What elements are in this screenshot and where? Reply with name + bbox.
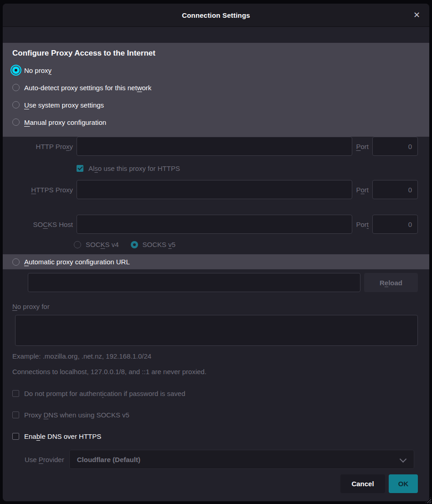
dialog-title: Connection Settings xyxy=(182,11,250,19)
radio-socks-v4: SOCKS v4 xyxy=(74,241,119,248)
radio-socks-v5: SOCKS v5 xyxy=(131,241,176,248)
no-proxy-example-text: Example: .mozilla.org, .net.nz, 192.168.… xyxy=(3,352,429,360)
reload-button: Reload xyxy=(364,273,418,292)
also-https-checkbox-row: Also use this proxy for HTTPS xyxy=(77,163,429,174)
use-provider-label: Use Provider xyxy=(25,456,64,463)
radio-icon xyxy=(12,258,20,266)
radio-label: SOCKS v5 xyxy=(143,241,176,248)
socks-host-input xyxy=(77,215,352,234)
checkbox-label: Do not prompt for authentication if pass… xyxy=(24,390,185,397)
http-proxy-input xyxy=(77,137,352,156)
section-header: Configure Proxy Access to the Internet xyxy=(12,49,420,58)
radio-label: No proxy xyxy=(24,67,51,74)
http-port-input xyxy=(372,137,418,156)
socks-version-row: SOCKS v4 SOCKS v5 xyxy=(74,239,429,250)
no-proxy-for-textarea xyxy=(15,315,418,346)
radio-label: Auto-detect proxy settings for this netw… xyxy=(24,84,151,92)
radio-icon xyxy=(12,84,20,91)
cancel-button[interactable]: Cancel xyxy=(340,474,385,493)
dialog-button-row: Cancel OK xyxy=(3,469,429,493)
radio-label: Automatic proxy configuration URL xyxy=(24,258,130,266)
radio-no-proxy[interactable]: No proxy xyxy=(12,62,420,79)
radio-icon xyxy=(131,241,138,248)
checkbox-label: Proxy DNS when using SOCKS v5 xyxy=(24,411,129,419)
http-port-label: Port xyxy=(356,143,369,150)
radio-icon xyxy=(12,101,20,108)
top-spacer xyxy=(3,27,429,43)
checkbox-enable-doh[interactable]: Enable DNS over HTTPS xyxy=(3,432,429,441)
radio-icon xyxy=(12,118,20,126)
radio-system-proxy[interactable]: Use system proxy settings xyxy=(12,96,420,113)
chevron-down-icon xyxy=(400,456,407,463)
checkbox-icon xyxy=(12,433,19,440)
also-https-label: Also use this proxy for HTTPS xyxy=(88,165,180,172)
https-port-label: Port xyxy=(356,186,369,194)
https-proxy-row: HTTPS Proxy Port xyxy=(3,180,429,199)
socks-host-label: SOCKS Host xyxy=(12,221,73,228)
auto-config-url-row: Reload xyxy=(3,269,429,292)
socks-host-row: SOCKS Host Port xyxy=(3,215,429,234)
radio-icon xyxy=(74,241,81,248)
connection-settings-dialog: Connection Settings ✕ Configure Proxy Ac… xyxy=(3,4,429,501)
doh-provider-row: Use Provider Cloudflare (Default) xyxy=(3,450,429,469)
no-proxy-for-label: No proxy for xyxy=(3,292,429,311)
close-icon[interactable]: ✕ xyxy=(413,11,420,19)
radio-label: Manual proxy configuration xyxy=(24,118,106,126)
checkbox-icon xyxy=(12,411,19,418)
dialog-content: Configure Proxy Access to the Internet N… xyxy=(3,27,429,501)
checkbox-no-prompt-auth: Do not prompt for authentication if pass… xyxy=(3,389,429,398)
https-port-input xyxy=(372,180,418,199)
checkbox-icon xyxy=(12,390,19,397)
provider-dropdown-value: Cloudflare (Default) xyxy=(77,456,140,463)
proxy-mode-section: Configure Proxy Access to the Internet N… xyxy=(3,43,429,137)
checkbox-label: Enable DNS over HTTPS xyxy=(24,432,101,440)
radio-label: Use system proxy settings xyxy=(24,101,104,109)
ok-button[interactable]: OK xyxy=(389,474,418,493)
https-proxy-label: HTTPS Proxy xyxy=(12,186,73,194)
checkbox-checked-icon xyxy=(77,165,83,172)
socks-port-label: Port xyxy=(356,221,369,228)
radio-label: SOCKS v4 xyxy=(86,241,119,248)
radio-manual-proxy[interactable]: Manual proxy configuration xyxy=(12,113,420,131)
radio-icon xyxy=(12,67,20,74)
radio-auto-detect[interactable]: Auto-detect proxy settings for this netw… xyxy=(12,79,420,96)
http-proxy-label: HTTP Proxy xyxy=(12,143,73,150)
dialog-titlebar: Connection Settings ✕ xyxy=(3,4,429,27)
socks-port-input xyxy=(372,215,418,234)
localhost-note-text: Connections to localhost, 127.0.0.1/8, a… xyxy=(3,367,429,376)
http-proxy-row: HTTP Proxy Port xyxy=(3,137,429,156)
https-proxy-input xyxy=(77,180,352,199)
auto-config-url-input xyxy=(28,273,360,292)
radio-auto-config-url[interactable]: Automatic proxy configuration URL xyxy=(3,254,429,269)
checkbox-proxy-dns-socks5: Proxy DNS when using SOCKS v5 xyxy=(3,411,429,419)
provider-dropdown: Cloudflare (Default) xyxy=(69,450,414,469)
